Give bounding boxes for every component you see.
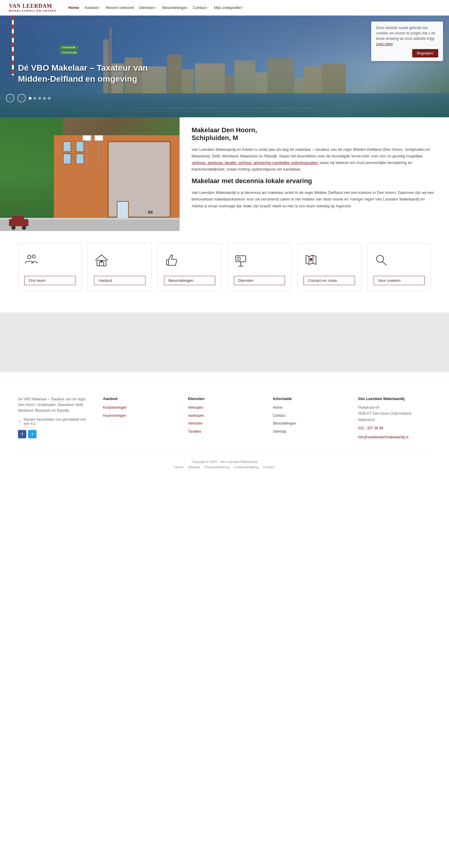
chevron-down-icon: ▾ xyxy=(242,6,243,9)
hero-dots xyxy=(29,97,51,100)
card-aanbod[interactable]: Aanbod xyxy=(88,243,151,291)
footer-rating: ☆ Klanten beoordelen ons gemiddeld met e… xyxy=(18,417,91,426)
footer-grid: Dé VBO Makelaar – Taxateur van de regio … xyxy=(18,397,431,443)
hero-dot-3[interactable] xyxy=(38,97,41,100)
header: Van Leerdam Makelaardij en Advies Home A… xyxy=(0,0,449,16)
cookie-accept-button[interactable]: Begrepen! xyxy=(412,49,438,57)
svg-rect-4 xyxy=(236,256,246,262)
footer-diensten-title: Diensten xyxy=(188,397,261,401)
nav-beoordelingen[interactable]: Beoordelingen xyxy=(162,5,187,10)
nav-recent[interactable]: Recent verkocht xyxy=(106,5,134,10)
gray-section xyxy=(0,312,449,372)
footer: Dé VBO Makelaar – Taxateur van de regio … xyxy=(0,381,449,475)
logo-tagline: Makelaardij en Advies xyxy=(9,9,56,12)
footer-bottom-contact[interactable]: Contact xyxy=(263,465,274,469)
nav-home[interactable]: Home xyxy=(68,5,79,10)
footer-email: info@vanleerdammakelaardij.nl xyxy=(358,434,431,441)
footer-info-contact[interactable]: Contact xyxy=(273,413,346,419)
logo[interactable]: Van Leerdam Makelaardij en Advies xyxy=(9,3,56,12)
footer-diensten-col: Diensten Verkopen Aankopen Verhuren Taxa… xyxy=(188,397,261,443)
footer-info-home[interactable]: Home xyxy=(273,405,346,411)
info-body: Van Leerdam Makelaardij is al decennia a… xyxy=(191,189,437,209)
sign-icon xyxy=(234,252,249,270)
footer-phone: 015 - 257 38 98 xyxy=(358,425,431,432)
hero-title: Dé VBO Makelaar – Taxateur van Midden-De… xyxy=(18,63,168,84)
svg-point-10 xyxy=(310,258,312,260)
footer-copyright: Copyright © 2024 - Van Leerdam Makelaard… xyxy=(18,460,431,463)
footer-koopwoningen[interactable]: Koopwoningen xyxy=(103,405,176,411)
footer-email-link[interactable]: info@vanleerdammakelaardij.nl xyxy=(358,434,431,441)
hero-dot-5[interactable] xyxy=(48,97,51,100)
nav-aanbod[interactable]: Aanbod ▾ xyxy=(84,5,100,10)
chevron-down-icon: ▾ xyxy=(155,6,157,9)
footer-rating-text: Klanten beoordelen ons gemiddeld met een… xyxy=(24,417,91,426)
icon-grid: Ons team Aanbod Beoordelingen xyxy=(0,231,449,303)
office-photo: 64 xyxy=(0,117,180,231)
nav-zoekprofiel[interactable]: Mijn zoekprofiel ▾ xyxy=(214,5,243,10)
map-icon xyxy=(303,252,319,270)
cookie-text: Deze website maakt gebruik van cookies o… xyxy=(376,25,438,47)
logo-brand: Van Leerdam xyxy=(9,3,56,9)
footer-bottom-home[interactable]: Home xyxy=(175,465,183,469)
nav-diensten[interactable]: Diensten ▾ xyxy=(139,5,157,10)
footer-aanbod-col: Aanbod Koopwoningen Huurwoningen xyxy=(103,397,176,443)
info-heading-2: Makelaar met decennia lokale ervaring xyxy=(191,177,437,185)
twitter-button[interactable]: t xyxy=(28,430,36,438)
card-beoordelingen-button[interactable]: Beoordelingen xyxy=(164,276,215,285)
card-zoekers[interactable]: Voor zoekers xyxy=(367,243,431,291)
hero-dot-1[interactable] xyxy=(29,97,31,100)
card-contact[interactable]: Contact en route xyxy=(297,243,361,291)
footer-bottom-sitemap[interactable]: Sitemap xyxy=(188,465,200,469)
footer-bottom: Copyright © 2024 - Van Leerdam Makelaard… xyxy=(18,455,431,469)
link-services[interactable]: verkoop, aankoop, taxatie, verhuur, advi… xyxy=(191,160,318,165)
footer-verkopen[interactable]: Verkopen xyxy=(188,405,261,411)
footer-aankopen[interactable]: Aankopen xyxy=(188,413,261,419)
card-team[interactable]: Ons team xyxy=(18,243,82,291)
svg-line-12 xyxy=(383,262,386,266)
hero-text-block: Dé VBO Makelaar – Taxateur van Midden-De… xyxy=(18,63,168,84)
search-icon xyxy=(373,252,389,270)
hero-dot-2[interactable] xyxy=(33,97,36,100)
footer-address: Fluitskruid 642635 KT Den Hoorn Zuid-Hol… xyxy=(358,405,431,423)
facebook-button[interactable]: f xyxy=(18,430,26,438)
footer-taxaties[interactable]: Taxaties xyxy=(188,429,261,435)
hero-nav: ‹ › xyxy=(6,94,51,102)
footer-info-title: Informatie xyxy=(273,397,346,401)
chevron-down-icon: ▾ xyxy=(99,6,100,9)
card-zoekers-button[interactable]: Voor zoekers xyxy=(373,276,425,285)
hero-next-arrow[interactable]: › xyxy=(18,94,26,102)
hero-dot-4[interactable] xyxy=(43,97,46,100)
cookie-read-more[interactable]: Lees meer xyxy=(376,42,393,46)
footer-bottom-links: Home Sitemap Privacyverklaring Cookiever… xyxy=(18,465,431,469)
cookie-notice: Deze website maakt gebruik van cookies o… xyxy=(371,22,443,61)
card-team-button[interactable]: Ons team xyxy=(24,276,76,285)
footer-huurwoningen[interactable]: Huurwoningen xyxy=(103,413,176,419)
footer-logo-col: Dé VBO Makelaar – Taxateur van de regio … xyxy=(18,397,91,443)
svg-point-3 xyxy=(101,261,102,262)
card-diensten[interactable]: Diensten xyxy=(228,243,291,291)
footer-info-sitemap[interactable]: Sitemap xyxy=(273,429,346,435)
footer-bottom-privacy[interactable]: Privacyverklaring xyxy=(205,465,230,469)
nav-contact[interactable]: Contact ▾ xyxy=(193,5,209,10)
footer-verhuren[interactable]: Verhuren xyxy=(188,421,261,427)
card-contact-button[interactable]: Contact en route xyxy=(303,276,355,285)
rating-icon: ☆ xyxy=(18,419,22,424)
card-beoordelingen[interactable]: Beoordelingen xyxy=(158,243,221,291)
svg-point-11 xyxy=(377,255,384,262)
footer-info-beoordelingen[interactable]: Beoordelingen xyxy=(273,421,346,427)
card-diensten-button[interactable]: Diensten xyxy=(234,276,285,285)
mid-section: 64 Makelaar Den Hoorn,Schipluiden, M xyxy=(0,117,449,231)
footer-phone-link[interactable]: 015 - 257 38 98 xyxy=(358,425,431,432)
card-aanbod-button[interactable]: Aanbod xyxy=(94,276,145,285)
main-nav: Home Aanbod ▾ Recent verkocht Diensten ▾… xyxy=(68,5,243,10)
svg-point-1 xyxy=(32,255,35,258)
house-icon xyxy=(94,252,109,270)
thumbsup-icon xyxy=(164,252,179,270)
footer-bottom-cookies[interactable]: Cookieverklaring xyxy=(234,465,259,469)
footer-company-col: Van Leerdam Makelaardij Fluitskruid 6426… xyxy=(358,397,431,443)
footer-info-col: Informatie Home Contact Beoordelingen Si… xyxy=(273,397,346,443)
team-icon xyxy=(24,252,39,270)
footer-company-title: Van Leerdam Makelaardij xyxy=(358,397,431,401)
hero-section: Maasland ▶ Den Hoorn ▶ Dé VBO Makelaar –… xyxy=(0,16,449,117)
hero-prev-arrow[interactable]: ‹ xyxy=(6,94,14,102)
